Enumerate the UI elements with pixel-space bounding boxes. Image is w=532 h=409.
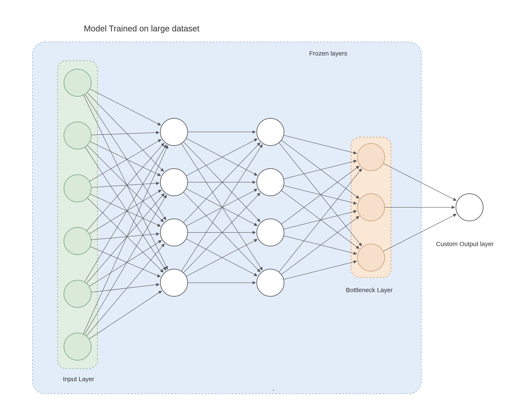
input-node-0 bbox=[64, 69, 91, 96]
hidden2-node-3 bbox=[257, 269, 284, 296]
input-node-2 bbox=[64, 175, 91, 202]
input-layer-box bbox=[58, 61, 97, 369]
hidden1-node-3 bbox=[160, 269, 188, 296]
bottleneck-node-2 bbox=[357, 244, 385, 271]
hidden1-node-2 bbox=[160, 219, 188, 246]
input-node-3 bbox=[64, 227, 91, 255]
input-node-1 bbox=[64, 122, 91, 149]
frozen-layers-label: Frozen layers bbox=[309, 50, 347, 57]
hidden2-node-1 bbox=[257, 169, 284, 196]
transfer-learning-diagram: Model Trained on large dataset Frozen la… bbox=[0, 0, 532, 409]
bottleneck-node-1 bbox=[357, 194, 385, 221]
bottleneck-node-0 bbox=[357, 144, 385, 171]
hidden1-node-0 bbox=[160, 118, 188, 145]
hidden2-node-0 bbox=[257, 118, 284, 145]
output-layer-label: Custom Output layer bbox=[436, 240, 494, 247]
dash-mark: - bbox=[273, 386, 274, 393]
hidden2-node-2 bbox=[257, 219, 284, 246]
input-layer-label: Input Layer bbox=[63, 375, 94, 382]
diagram-title: Model Trained on large dataset bbox=[84, 24, 199, 33]
input-node-4 bbox=[64, 280, 91, 308]
input-node-5 bbox=[64, 333, 91, 360]
output-node-0 bbox=[456, 194, 483, 221]
hidden1-node-1 bbox=[160, 169, 188, 196]
bottleneck-layer-label: Bottleneck Layer bbox=[346, 286, 393, 293]
